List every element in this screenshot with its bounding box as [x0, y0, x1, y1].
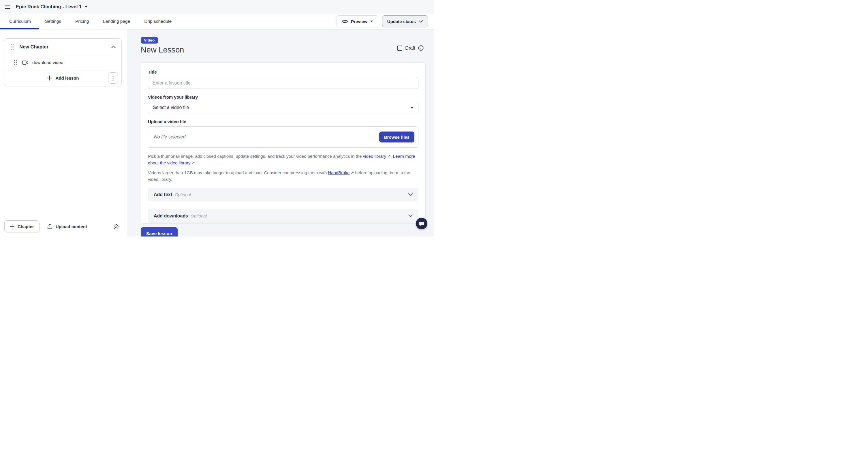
preview-button[interactable]: Preview — [337, 15, 378, 27]
drag-handle-icon[interactable] — [14, 60, 18, 65]
preview-button-label: Preview — [351, 19, 367, 24]
course-switcher[interactable]: Epic Rock Climbing - Level 1 — [16, 4, 88, 9]
chapter-card: New Chapter download video — [4, 38, 122, 86]
video-library-select-value: Select a video file — [153, 105, 189, 110]
collapse-all-icon[interactable] — [114, 223, 119, 229]
handbrake-link[interactable]: HandBrake — [328, 170, 349, 175]
update-status-label: Update status — [387, 19, 416, 24]
add-chapter-button[interactable]: Chapter — [4, 220, 39, 232]
external-link-icon: ↗ — [387, 153, 391, 159]
chevron-down-icon — [408, 193, 413, 196]
chapter-footer: Add lesson — [4, 70, 121, 86]
page-title: New Lesson — [141, 45, 426, 55]
compression-help-text: Videos larger than 1GB may take longer t… — [148, 169, 418, 183]
lesson-title-input[interactable] — [148, 77, 418, 89]
optional-label: Optional — [175, 192, 191, 197]
no-file-text: No file selected — [154, 134, 185, 139]
video-library-label: Videos from your library — [148, 95, 418, 99]
chevron-down-icon — [419, 20, 423, 23]
help-text-segment: Pick a thumbnail image, add closed capti… — [148, 154, 363, 159]
save-lesson-button[interactable]: Save lesson — [141, 227, 178, 236]
lesson-editor: Video New Lesson Draft Title Videos from… — [127, 29, 434, 236]
caret-down-icon — [85, 6, 88, 8]
add-chapter-label: Chapter — [18, 224, 34, 229]
chevron-up-icon[interactable] — [111, 45, 116, 48]
help-text-segment: . — [391, 154, 393, 159]
upload-video-label: Upload a video file — [148, 119, 418, 124]
add-text-section[interactable]: Add text Optional — [148, 188, 418, 201]
tab-curriculum[interactable]: Curriculum — [9, 13, 31, 29]
video-help-text: Pick a thumbnail image, add closed capti… — [148, 153, 418, 166]
video-camera-icon — [22, 61, 28, 65]
info-icon[interactable] — [418, 45, 424, 51]
external-link-icon: ↗ — [351, 169, 354, 176]
plus-icon — [10, 224, 14, 229]
draft-toggle-group: Draft — [397, 45, 424, 51]
chapter-menu-button[interactable] — [108, 72, 118, 84]
lesson-form-card: Title Videos from your library Select a … — [141, 62, 426, 223]
eye-icon — [342, 19, 348, 24]
chevron-down-icon — [408, 215, 413, 217]
lesson-type-badge: Video — [141, 37, 158, 43]
top-bar: Epic Rock Climbing - Level 1 — [0, 0, 434, 13]
video-library-link[interactable]: video library — [363, 154, 386, 159]
upload-content-button[interactable]: Upload content — [47, 224, 87, 229]
chat-bubble-icon — [419, 221, 425, 226]
add-lesson-label: Add lesson — [56, 75, 79, 81]
hamburger-menu-icon[interactable] — [5, 4, 10, 10]
upload-icon — [47, 224, 53, 229]
update-status-button[interactable]: Update status — [382, 15, 428, 27]
caret-down-icon — [370, 21, 373, 22]
chapter-header[interactable]: New Chapter — [4, 39, 121, 55]
draft-label: Draft — [405, 45, 415, 51]
content-area: New Chapter download video — [0, 29, 434, 236]
draft-checkbox[interactable] — [397, 45, 402, 51]
course-title: Epic Rock Climbing - Level 1 — [16, 4, 82, 9]
lesson-title: download video — [32, 60, 63, 65]
tab-landing-page[interactable]: Landing page — [103, 13, 130, 29]
help-text-segment: Videos larger than 1GB may take longer t… — [148, 170, 328, 175]
caret-down-icon — [410, 107, 413, 109]
title-field-label: Title — [148, 69, 418, 74]
tab-drip-schedule[interactable]: Drip schedule — [144, 13, 172, 29]
upload-content-label: Upload content — [56, 224, 87, 229]
tab-pricing[interactable]: Pricing — [75, 13, 89, 29]
external-link-icon: ↗ — [192, 160, 195, 166]
tab-bar: Curriculum Settings Pricing Landing page… — [0, 13, 434, 29]
tab-settings[interactable]: Settings — [45, 13, 61, 29]
chat-widget-button[interactable] — [416, 218, 427, 229]
chapter-title: New Chapter — [19, 44, 49, 50]
app-window: Epic Rock Climbing - Level 1 Curriculum … — [0, 0, 434, 236]
add-downloads-section[interactable]: Add downloads Optional — [148, 209, 418, 223]
header-actions: Preview Update status — [337, 15, 428, 27]
help-text-segment: . — [195, 160, 196, 165]
lesson-row[interactable]: download video — [4, 55, 121, 70]
add-text-label: Add text — [154, 192, 172, 197]
tab-list: Curriculum Settings Pricing Landing page… — [9, 13, 172, 29]
drag-handle-icon[interactable] — [10, 44, 14, 50]
curriculum-sidebar: New Chapter download video — [0, 29, 127, 236]
optional-label: Optional — [191, 214, 207, 218]
browse-files-button[interactable]: Browse files — [379, 131, 414, 143]
file-upload-dropzone[interactable]: No file selected Browse files — [148, 126, 418, 148]
add-lesson-button[interactable]: Add lesson — [47, 75, 79, 81]
sidebar-footer: Chapter Upload content — [0, 220, 127, 232]
video-library-select[interactable]: Select a video file — [148, 102, 418, 113]
add-downloads-label: Add downloads — [154, 214, 188, 219]
plus-icon — [47, 75, 52, 81]
